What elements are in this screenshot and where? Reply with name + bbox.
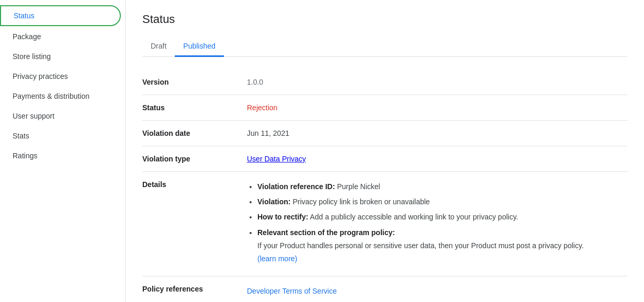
violation-date-value: Jun 11, 2021 <box>247 129 627 137</box>
sidebar-item-label-user-support: User support <box>13 112 54 120</box>
violation-type-row: Violation type User Data Privacy <box>142 146 627 172</box>
policy-link-developer-terms[interactable]: Developer Terms of Service <box>247 285 627 298</box>
sidebar-item-label-stats: Stats <box>13 132 29 140</box>
policy-link-program-policies[interactable]: Program Policies <box>247 300 627 302</box>
sidebar-item-user-support[interactable]: User support <box>0 107 121 125</box>
learn-more-link[interactable]: (learn more) <box>257 254 297 263</box>
tab-published-label: Published <box>183 42 216 50</box>
bullet1-bold: Violation reference ID: <box>257 182 335 191</box>
violation-date-row: Violation date Jun 11, 2021 <box>142 121 627 146</box>
version-label: Version <box>142 78 247 86</box>
sidebar-item-label-payments: Payments & distribution <box>13 92 89 100</box>
bullet2-bold: Violation: <box>257 198 291 206</box>
violation-date-label: Violation date <box>142 129 247 137</box>
page-title: Status <box>142 13 627 26</box>
violation-list-item-2: Violation: Privacy policy link is broken… <box>257 195 627 208</box>
tabs-bar: Draft Published <box>142 37 627 57</box>
details-value: Violation reference ID: Purple Nickel Vi… <box>247 180 627 268</box>
status-value: Rejection <box>247 103 627 112</box>
violation-type-link[interactable]: User Data Privacy <box>247 155 306 163</box>
sidebar-item-store-listing[interactable]: Store listing <box>0 47 121 66</box>
sidebar-item-label-ratings: Ratings <box>13 152 37 160</box>
tab-draft[interactable]: Draft <box>142 37 175 57</box>
sidebar-item-label-package: Package <box>13 32 41 41</box>
details-row: Details Violation reference ID: Purple N… <box>142 172 627 276</box>
tab-published[interactable]: Published <box>175 37 224 57</box>
bullet1-text: Purple Nickel <box>335 182 380 191</box>
violation-list-item-3: How to rectify: Add a publicly accessibl… <box>257 211 627 224</box>
policy-references-label: Policy references <box>142 285 247 302</box>
policy-references-value: Developer Terms of Service Program Polic… <box>247 285 627 302</box>
main-content: Status Draft Published Version 1.0.0 Sta… <box>126 0 644 302</box>
violation-type-label: Violation type <box>142 155 247 163</box>
violation-list: Violation reference ID: Purple Nickel Vi… <box>247 180 627 265</box>
sidebar-item-privacy-practices[interactable]: Privacy practices <box>0 67 121 86</box>
violation-type-value: User Data Privacy <box>247 155 627 163</box>
bullet3-text: Add a publicly accessible and working li… <box>308 213 518 221</box>
policy-references-row: Policy references Developer Terms of Ser… <box>142 276 627 302</box>
sidebar-item-ratings[interactable]: Ratings <box>0 146 121 165</box>
bullet2-text: Privacy policy link is broken or unavail… <box>291 198 430 206</box>
bullet4-text: If your Product handles personal or sens… <box>257 241 584 250</box>
sidebar-item-status[interactable]: Status <box>0 5 121 26</box>
status-row: Status Rejection <box>142 95 627 121</box>
version-row: Version 1.0.0 <box>142 69 627 95</box>
sidebar: Status Package Store listing Privacy pra… <box>0 0 126 302</box>
details-label: Details <box>142 180 247 268</box>
sidebar-item-payments[interactable]: Payments & distribution <box>0 87 121 106</box>
tab-draft-label: Draft <box>151 42 166 50</box>
sidebar-item-stats[interactable]: Stats <box>0 126 121 145</box>
policy-links: Developer Terms of Service Program Polic… <box>247 285 627 302</box>
version-value: 1.0.0 <box>247 78 627 86</box>
violation-list-item-4: Relevant section of the program policy: … <box>257 226 627 266</box>
status-label: Status <box>142 103 247 112</box>
detail-section: Version 1.0.0 Status Rejection Violation… <box>142 69 627 302</box>
violation-list-item-1: Violation reference ID: Purple Nickel <box>257 180 627 193</box>
bullet4-bold: Relevant section of the program policy: <box>257 228 395 237</box>
sidebar-item-label-status: Status <box>14 11 35 20</box>
sidebar-item-package[interactable]: Package <box>0 27 121 46</box>
sidebar-item-label-store-listing: Store listing <box>13 52 51 61</box>
bullet3-bold: How to rectify: <box>257 213 308 221</box>
sidebar-item-label-privacy-practices: Privacy practices <box>13 72 68 80</box>
